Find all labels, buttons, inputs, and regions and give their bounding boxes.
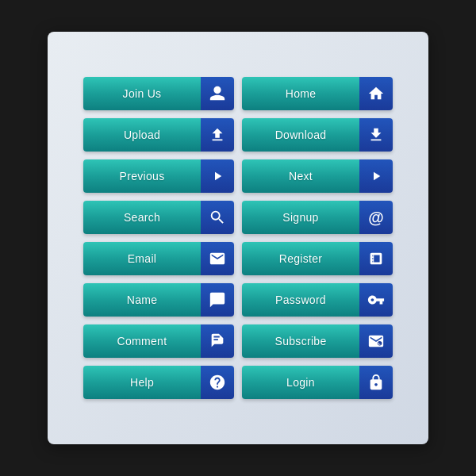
join-us-label: Join Us: [83, 77, 201, 110]
password-button[interactable]: Password: [242, 283, 393, 317]
previous-icon: [201, 159, 234, 193]
email-label: Email: [83, 242, 201, 275]
svg-point-0: [378, 341, 382, 346]
signup-button[interactable]: Signup @: [242, 201, 393, 234]
join-us-button[interactable]: Join Us: [83, 77, 234, 110]
upload-button[interactable]: Upload: [83, 118, 234, 152]
next-label: Next: [242, 159, 359, 193]
password-label: Password: [242, 283, 359, 317]
name-label: Name: [83, 283, 201, 317]
name-button[interactable]: Name: [83, 283, 234, 317]
name-icon: [201, 283, 234, 317]
signup-icon: @: [359, 201, 393, 234]
previous-label: Previous: [83, 159, 201, 193]
upload-icon: [201, 118, 234, 152]
email-button[interactable]: Email: [83, 242, 234, 275]
register-icon: [359, 242, 393, 275]
signup-label: Signup: [242, 201, 359, 234]
subscribe-button[interactable]: Subscribe: [242, 324, 393, 358]
password-icon: [359, 283, 393, 317]
next-icon: [359, 159, 393, 193]
help-icon: [201, 366, 234, 399]
comment-label: Comment: [83, 324, 201, 358]
search-label: Search: [83, 201, 201, 234]
login-label: Login: [242, 366, 359, 399]
login-icon: [359, 366, 393, 399]
login-button[interactable]: Login: [242, 366, 393, 399]
button-grid: Join Us Home Upload Download Pre: [67, 61, 409, 415]
home-button[interactable]: Home: [242, 77, 393, 110]
search-icon: [201, 201, 234, 234]
help-button[interactable]: Help: [83, 366, 234, 399]
home-label: Home: [242, 77, 359, 110]
download-button[interactable]: Download: [242, 118, 393, 152]
email-icon: [201, 242, 234, 275]
previous-button[interactable]: Previous: [83, 159, 234, 193]
join-us-icon: [201, 77, 234, 110]
next-button[interactable]: Next: [242, 159, 393, 193]
main-card: Join Us Home Upload Download Pre: [48, 32, 428, 444]
search-button[interactable]: Search: [83, 201, 234, 234]
upload-label: Upload: [83, 118, 201, 152]
help-label: Help: [83, 366, 201, 399]
register-label: Register: [242, 242, 359, 275]
download-icon: [359, 118, 393, 152]
home-icon: [359, 77, 393, 110]
subscribe-icon: [359, 324, 393, 358]
download-label: Download: [242, 118, 359, 152]
subscribe-label: Subscribe: [242, 324, 359, 358]
register-button[interactable]: Register: [242, 242, 393, 275]
comment-icon: [201, 324, 234, 358]
comment-button[interactable]: Comment: [83, 324, 234, 358]
